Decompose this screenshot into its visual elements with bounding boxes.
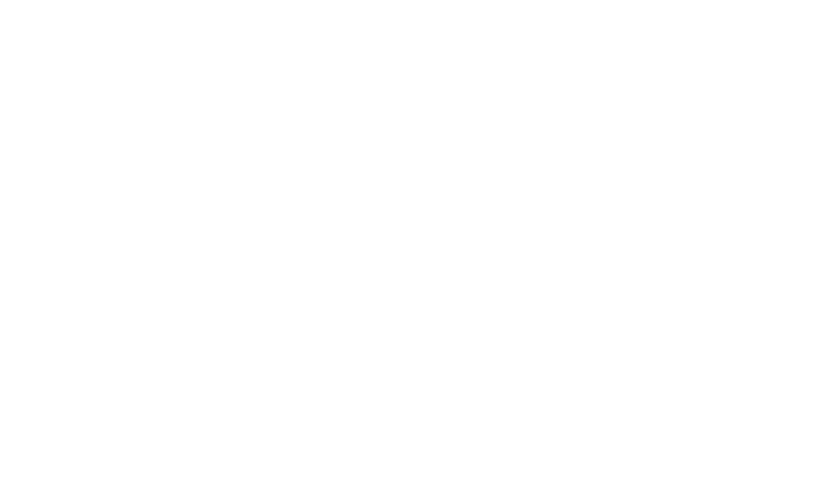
mind-map-canvas (0, 0, 833, 504)
connection-lines (0, 0, 833, 504)
